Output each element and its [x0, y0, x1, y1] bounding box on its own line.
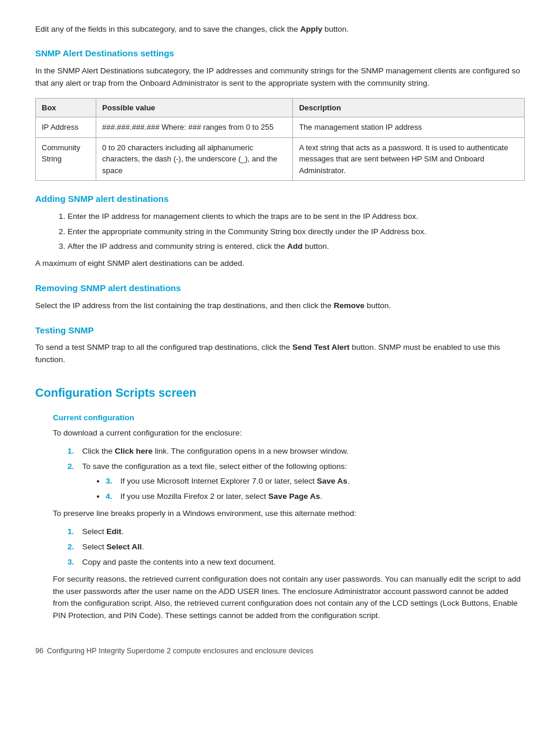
intro-bold: Apply: [301, 25, 323, 33]
preserve-step3-text: Copy and paste the contents into a new t…: [82, 558, 275, 566]
cfg-step2-text: To save the configuration as a text file…: [82, 462, 347, 471]
intro-paragraph: Edit any of the fields in this subcatego…: [35, 23, 525, 35]
list-item: Click the Click here link. The configura…: [68, 445, 525, 458]
security-note: For security reasons, the retrieved curr…: [35, 573, 525, 623]
list-item: Copy and paste the contents into a new t…: [68, 556, 525, 569]
adding-snmp-heading: Adding SNMP alert destinations: [35, 193, 525, 206]
adding-snmp-steps: Enter the IP address for management clie…: [35, 211, 525, 254]
table-row: IP Address ###.###.###.### Where: ### ra…: [36, 117, 525, 138]
step3-prefix: After the IP address and community strin…: [68, 242, 287, 251]
preserve-step1-prefix: Select: [82, 527, 106, 536]
removing-snmp-text: Select the IP address from the list cont…: [35, 300, 525, 312]
removing-text-suffix: button.: [365, 301, 391, 310]
snmp-alert-description: In the SNMP Alert Destinations subcatego…: [35, 65, 525, 90]
current-config-steps: Click the Click here link. The configura…: [35, 445, 525, 503]
intro-text: Edit any of the fields in this subcatego…: [35, 25, 301, 33]
testing-text-prefix: To send a test SNMP trap to all the conf…: [35, 343, 292, 352]
list-item: After the IP address and community strin…: [68, 241, 525, 253]
col-description: Description: [293, 98, 525, 117]
row1-box: IP Address: [36, 117, 96, 138]
snmp-alert-heading: SNMP Alert Destinations settings: [35, 47, 525, 60]
preserve-intro: To preserve line breaks properly in a Wi…: [35, 508, 525, 520]
testing-snmp-heading: Testing SNMP: [35, 324, 525, 337]
bullet2-prefix: If you use Mozilla Firefox 2 or later, s…: [120, 492, 268, 501]
config-scripts-main-heading: Configuration Scripts screen: [35, 384, 525, 401]
current-config-heading: Current configuration: [35, 412, 525, 424]
snmp-table: Box Possible value Description IP Addres…: [35, 98, 525, 181]
list-item: Enter the IP address for management clie…: [68, 211, 525, 223]
list-item: To save the configuration as a text file…: [68, 461, 525, 503]
cfg-step1-suffix: link. The configuration opens in a new b…: [153, 447, 349, 455]
step3-suffix: button.: [302, 242, 329, 251]
bullet1-prefix: If you use Microsoft Internet Explorer 7…: [120, 477, 317, 485]
col-possible-value: Possible value: [96, 98, 293, 117]
preserve-step1-bold: Edit: [106, 527, 122, 536]
preserve-step1-suffix: .: [122, 527, 124, 536]
list-item: Enter the appropriate community string i…: [68, 226, 525, 238]
removing-snmp-heading: Removing SNMP alert destinations: [35, 282, 525, 295]
bullet2-bold: Save Page As: [268, 492, 320, 501]
removing-text-prefix: Select the IP address from the list cont…: [35, 301, 334, 310]
testing-snmp-text: To send a test SNMP trap to all the conf…: [35, 342, 525, 366]
footer-text: Configuring HP Integrity Superdome 2 com…: [47, 646, 313, 657]
testing-bold: Send Test Alert: [292, 343, 350, 352]
list-item: Select Edit.: [68, 526, 525, 538]
page-footer: 96 Configuring HP Integrity Superdome 2 …: [35, 646, 525, 657]
step3-bold: Add: [287, 242, 302, 251]
step2-text: Enter the appropriate community string i…: [68, 227, 426, 236]
save-options-list: If you use Microsoft Internet Explorer 7…: [82, 475, 525, 503]
table-header-row: Box Possible value Description: [36, 98, 525, 117]
removing-bold: Remove: [334, 301, 365, 310]
list-item: Select Select All.: [68, 541, 525, 553]
row2-possible-value: 0 to 20 characters including all alphanu…: [96, 137, 293, 181]
cfg-step1-prefix: Click the: [82, 447, 115, 455]
page-number: 96: [35, 646, 43, 657]
list-item: If you use Microsoft Internet Explorer 7…: [106, 475, 525, 488]
preserve-step2-bold: Select All: [106, 542, 141, 551]
preserve-step2-prefix: Select: [82, 542, 106, 551]
intro-text2: button.: [322, 25, 349, 33]
table-row: Community String 0 to 20 characters incl…: [36, 137, 525, 181]
list-item: If you use Mozilla Firefox 2 or later, s…: [106, 491, 525, 503]
cfg-step1-bold: Click here: [115, 447, 153, 455]
adding-snmp-note: A maximum of eight SNMP alert destinatio…: [35, 258, 525, 270]
preserve-step2-suffix: .: [142, 542, 144, 551]
bullet2-suffix: .: [320, 492, 322, 501]
step1-text: Enter the IP address for management clie…: [68, 212, 419, 221]
row1-possible-value: ###.###.###.### Where: ### ranges from 0…: [96, 117, 293, 138]
col-box: Box: [36, 98, 96, 117]
row2-box: Community String: [36, 137, 96, 181]
bullet1-bold: Save As: [317, 477, 348, 485]
row1-description: The management station IP address: [293, 117, 525, 138]
row2-description: A text string that acts as a password. I…: [293, 137, 525, 181]
preserve-steps: Select Edit. Select Select All. Copy and…: [35, 526, 525, 569]
current-config-intro: To download a current configuration for …: [35, 427, 525, 440]
bullet1-suffix: .: [348, 477, 350, 485]
